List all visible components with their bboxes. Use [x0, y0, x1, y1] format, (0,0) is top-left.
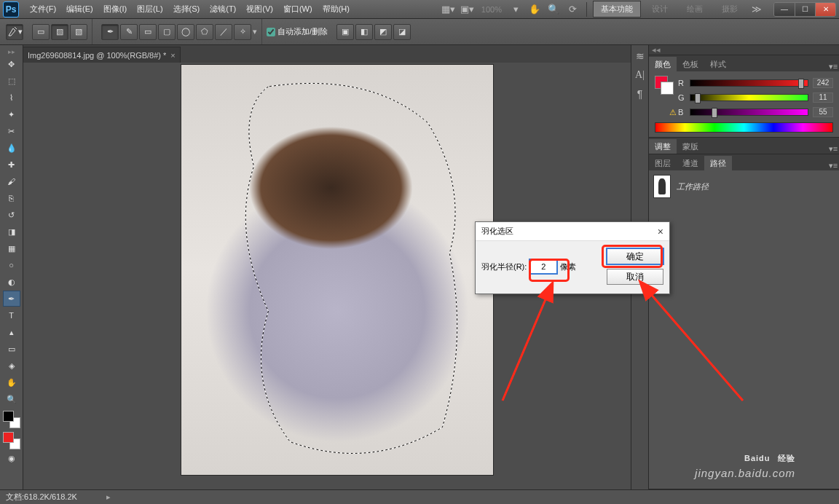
- adjustments-panel: 调整 蒙版 ▾≡: [649, 138, 839, 154]
- healing-brush-tool-icon[interactable]: ✚: [3, 157, 20, 173]
- tab-styles[interactable]: 样式: [704, 57, 732, 71]
- document-tab[interactable]: Img269608814.jpg @ 100%(RGB/8#) * ×: [23, 47, 181, 63]
- value-r[interactable]: 242: [813, 78, 833, 88]
- gradient-tool-icon[interactable]: ▦: [3, 240, 20, 256]
- move-tool-icon[interactable]: ✥: [3, 56, 20, 72]
- workspace-essentials[interactable]: 基本功能: [593, 1, 641, 17]
- tab-layers[interactable]: 图层: [649, 156, 677, 170]
- character-panel-icon[interactable]: A|: [634, 68, 647, 82]
- value-g[interactable]: 11: [813, 92, 833, 103]
- path-mode-path-icon[interactable]: ▨: [51, 24, 68, 40]
- path-mode-shape-icon[interactable]: ▭: [32, 24, 50, 40]
- tab-adjustments[interactable]: 调整: [649, 139, 677, 154]
- menu-help[interactable]: 帮助(H): [318, 0, 355, 19]
- line-shape-icon[interactable]: ／: [215, 24, 232, 40]
- tab-swatches[interactable]: 色板: [677, 57, 704, 71]
- zoom-icon[interactable]: 🔍: [545, 1, 562, 17]
- slider-r[interactable]: [690, 79, 808, 87]
- tab-masks[interactable]: 蒙版: [677, 139, 704, 154]
- arrange-docs-icon[interactable]: ▦▾: [441, 1, 457, 17]
- 3d-tool-icon[interactable]: ◈: [3, 358, 20, 374]
- path-exclude-icon[interactable]: ◪: [393, 24, 411, 40]
- ok-button[interactable]: 确定: [607, 248, 663, 264]
- workspace-design[interactable]: 设计: [644, 1, 676, 17]
- paragraph-panel-icon[interactable]: ¶: [634, 87, 647, 101]
- magic-wand-tool-icon[interactable]: ✦: [3, 106, 20, 122]
- panel-collapse-bar[interactable]: ◂◂: [649, 45, 839, 55]
- rectangle-shape-icon[interactable]: ▭: [139, 24, 157, 40]
- paths-panel-menu-icon[interactable]: ▾≡: [827, 161, 839, 170]
- menu-layer[interactable]: 图层(L): [132, 0, 168, 19]
- path-mode-fill-icon[interactable]: ▧: [70, 24, 87, 40]
- path-subtract-icon[interactable]: ◧: [355, 24, 373, 40]
- rotate-icon[interactable]: ⟳: [564, 1, 580, 17]
- foreground-background-swatch-2[interactable]: [3, 432, 20, 449]
- dialog-titlebar[interactable]: 羽化选区 ×: [476, 222, 669, 241]
- tab-color[interactable]: 颜色: [649, 57, 677, 71]
- menu-file[interactable]: 文件(F): [25, 0, 61, 19]
- extras-icon[interactable]: ▾: [508, 1, 524, 17]
- eraser-tool-icon[interactable]: ◨: [3, 224, 20, 240]
- path-combine-icon[interactable]: ▣: [336, 24, 354, 40]
- path-select-tool-icon[interactable]: ▴: [3, 324, 20, 340]
- pen-tool-icon[interactable]: ✒: [101, 24, 119, 40]
- more-workspaces-icon[interactable]: ≫: [749, 1, 765, 17]
- color-panel-menu-icon[interactable]: ▾≡: [827, 62, 839, 71]
- lasso-tool-icon[interactable]: ⌇: [3, 90, 20, 106]
- path-intersect-icon[interactable]: ◩: [374, 24, 392, 40]
- auto-add-delete-checkbox[interactable]: 自动添加/删除: [267, 26, 328, 37]
- pen-tool-icon[interactable]: ✒: [3, 291, 20, 307]
- color-ramp[interactable]: [655, 122, 833, 133]
- screen-mode-icon[interactable]: ▣▾: [460, 1, 476, 17]
- panel-dock: ◂◂ 颜色 色板 样式 ▾≡ R: [648, 45, 839, 489]
- foreground-background-swatch[interactable]: [3, 411, 20, 428]
- eyedropper-tool-icon[interactable]: 💧: [3, 140, 20, 156]
- menu-image[interactable]: 图像(I): [98, 0, 132, 19]
- custom-shape-icon[interactable]: ✧: [234, 24, 251, 40]
- type-tool-icon[interactable]: T: [3, 307, 20, 323]
- brush-tool-icon[interactable]: 🖌: [3, 173, 20, 189]
- slider-b[interactable]: [690, 109, 808, 116]
- quick-mask-icon[interactable]: ◉: [3, 450, 20, 466]
- hand-tool-icon[interactable]: ✋: [3, 374, 20, 390]
- zoom-tool-icon[interactable]: 🔍: [3, 391, 20, 407]
- tab-channels[interactable]: 通道: [677, 156, 704, 170]
- menu-bar: Ps 文件(F) 编辑(E) 图像(I) 图层(L) 选择(S) 滤镜(T) 视…: [0, 0, 839, 19]
- history-brush-tool-icon[interactable]: ↺: [3, 207, 20, 223]
- close-button[interactable]: ✕: [815, 3, 835, 16]
- feather-radius-input[interactable]: [529, 259, 557, 274]
- workspace-painting[interactable]: 绘画: [679, 1, 711, 17]
- menu-window[interactable]: 窗口(W): [278, 0, 318, 19]
- ellipse-shape-icon[interactable]: ◯: [177, 24, 194, 40]
- status-menu-icon[interactable]: ▸: [106, 492, 111, 502]
- close-tab-icon[interactable]: ×: [170, 51, 175, 60]
- menu-select[interactable]: 选择(S): [168, 0, 205, 19]
- zoom-level[interactable]: 100%: [478, 5, 505, 14]
- clone-stamp-tool-icon[interactable]: ⎘: [3, 190, 20, 206]
- value-b[interactable]: 55: [813, 107, 833, 117]
- blur-tool-icon[interactable]: ○: [3, 257, 20, 273]
- maximize-button[interactable]: ☐: [795, 3, 815, 16]
- minimize-button[interactable]: —: [774, 3, 795, 16]
- auto-add-delete-input[interactable]: [267, 28, 275, 36]
- history-panel-icon[interactable]: ≋: [634, 50, 647, 63]
- tool-preset-pen-icon[interactable]: ▾: [6, 24, 23, 40]
- slider-g[interactable]: [690, 94, 808, 101]
- menu-filter[interactable]: 滤镜(T): [205, 0, 241, 19]
- hand-icon[interactable]: ✋: [527, 1, 543, 17]
- shape-tool-icon[interactable]: ▭: [3, 341, 20, 357]
- adjustments-panel-menu-icon[interactable]: ▾≡: [827, 144, 839, 154]
- rounded-rect-shape-icon[interactable]: ▢: [158, 24, 176, 40]
- menu-view[interactable]: 视图(V): [241, 0, 278, 19]
- polygon-shape-icon[interactable]: ⬠: [196, 24, 213, 40]
- marquee-tool-icon[interactable]: ⬚: [3, 73, 20, 89]
- crop-tool-icon[interactable]: ✂: [3, 123, 20, 139]
- bg-color-swatch[interactable]: [661, 82, 674, 95]
- path-item-work-path[interactable]: 工作路径: [652, 173, 836, 200]
- menu-edit[interactable]: 编辑(E): [61, 0, 98, 19]
- dodge-tool-icon[interactable]: ◐: [3, 274, 20, 290]
- freeform-pen-icon[interactable]: ✎: [120, 24, 138, 40]
- workspace-photography[interactable]: 摄影: [714, 1, 746, 17]
- dialog-close-icon[interactable]: ×: [658, 226, 663, 237]
- tab-paths[interactable]: 路径: [704, 156, 732, 170]
